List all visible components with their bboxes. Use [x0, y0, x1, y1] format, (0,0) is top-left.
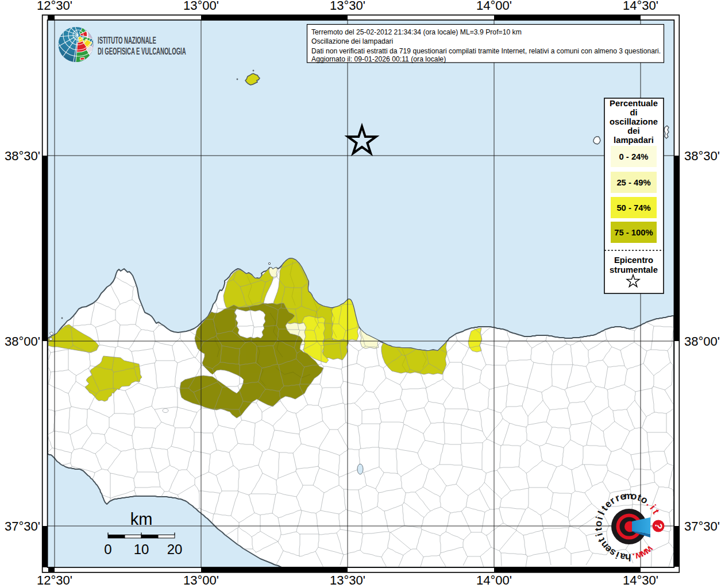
svg-text:38°30': 38°30' — [684, 149, 720, 163]
svg-text:Percentuale: Percentuale — [610, 99, 658, 108]
svg-text:50 - 74%: 50 - 74% — [616, 203, 650, 212]
svg-text:0: 0 — [104, 541, 111, 557]
svg-text:13°00': 13°00' — [183, 0, 219, 13]
svg-text:75 - 100%: 75 - 100% — [614, 228, 653, 237]
svg-text:25 - 49%: 25 - 49% — [616, 178, 650, 187]
svg-text:38°00': 38°00' — [5, 334, 40, 349]
svg-text:14°00': 14°00' — [476, 573, 512, 587]
svg-text:ISTITUTO NAZIONALE: ISTITUTO NAZIONALE — [98, 35, 156, 45]
svg-text:12°30': 12°30' — [37, 0, 72, 13]
svg-text:14°30': 14°30' — [623, 573, 658, 587]
svg-text:Epicentro: Epicentro — [614, 256, 653, 265]
svg-text:13°00': 13°00' — [183, 573, 219, 587]
svg-text:13°30': 13°30' — [330, 0, 365, 13]
svg-text:13°30': 13°30' — [330, 573, 365, 587]
svg-text:dei: dei — [627, 126, 639, 136]
svg-text:Oscillazione dei lampadari: Oscillazione dei lampadari — [311, 37, 393, 45]
svg-text:37°30': 37°30' — [684, 519, 720, 533]
svg-text:km: km — [130, 510, 153, 528]
svg-text:20: 20 — [167, 541, 183, 557]
svg-text:Terremoto del 25-02-2012 21:34: Terremoto del 25-02-2012 21:34:34 (ora l… — [311, 28, 522, 36]
svg-text:38°30': 38°30' — [5, 149, 40, 163]
svg-text:14°00': 14°00' — [476, 0, 512, 13]
svg-text:di: di — [630, 108, 637, 117]
svg-text:38°00': 38°00' — [684, 334, 720, 349]
svg-text:oscillazione: oscillazione — [610, 117, 658, 126]
svg-text:12°30': 12°30' — [37, 573, 72, 587]
svg-text:DI GEOFISICA E VULCANOLOGIA: DI GEOFISICA E VULCANOLOGIA — [98, 46, 186, 56]
svg-text:Dati non verificati estratti d: Dati non verificati estratti da 719 ques… — [311, 47, 661, 55]
svg-text:37°30': 37°30' — [5, 519, 40, 533]
svg-text:lampadari: lampadari — [614, 136, 654, 145]
svg-text:0 - 24%: 0 - 24% — [619, 152, 649, 161]
svg-text:10: 10 — [134, 541, 149, 557]
svg-text:o: o — [592, 520, 604, 527]
svg-text:strumentale: strumentale — [610, 265, 658, 274]
svg-text:Aggiornato il: 09-01-2026 00:1: Aggiornato il: 09-01-2026 00:11 (ora loc… — [311, 55, 446, 63]
svg-text:14°30': 14°30' — [623, 0, 658, 13]
